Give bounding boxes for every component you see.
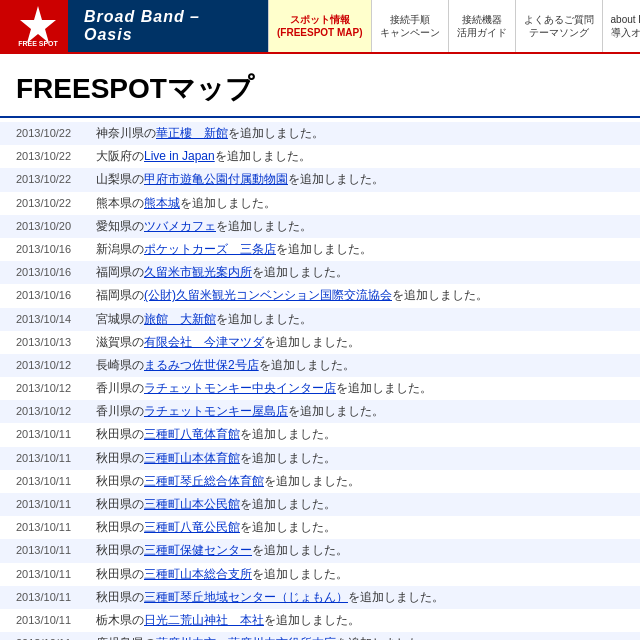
news-text: 香川県のラチェットモンキー中央インター店を追加しました。 <box>96 379 624 398</box>
news-date: 2013/10/11 <box>16 566 96 584</box>
news-link[interactable]: まるみつ佐世保2号店 <box>144 358 259 372</box>
news-text: 福岡県の久留米市観光案内所を追加しました。 <box>96 263 624 282</box>
news-link[interactable]: 熊本城 <box>144 196 180 210</box>
news-link[interactable]: 三種町琴丘総合体育館 <box>144 474 264 488</box>
news-row: 2013/10/14宮城県の旅館 大新館を追加しました。 <box>0 308 640 331</box>
news-date: 2013/10/13 <box>16 334 96 352</box>
news-row: 2013/10/11秋田県の三種町山本総合支所を追加しました。 <box>0 563 640 586</box>
news-date: 2013/10/11 <box>16 589 96 607</box>
news-row: 2013/10/11秋田県の三種町山本公民館を追加しました。 <box>0 493 640 516</box>
news-row: 2013/10/12長崎県のまるみつ佐世保2号店を追加しました。 <box>0 354 640 377</box>
news-row: 2013/10/12香川県のラチェットモンキー屋島店を追加しました。 <box>0 400 640 423</box>
page-title-area: FREESPOTマップ <box>0 54 640 118</box>
news-link[interactable]: (公財)久留米観光コンベンション国際交流協会 <box>144 288 392 302</box>
news-text: 鹿児島県の薩摩川内市 薩摩川内市役所本庁を追加しました。 <box>96 634 624 640</box>
page-title: FREESPOTマップ <box>16 70 624 108</box>
brand-text: Broad Band – Oasis <box>84 8 252 44</box>
news-date: 2013/10/11 <box>16 450 96 468</box>
nav-item-3[interactable]: よくあるご質問テーマソング <box>515 0 602 52</box>
news-row: 2013/10/22熊本県の熊本城を追加しました。 <box>0 192 640 215</box>
news-date: 2013/10/22 <box>16 195 96 213</box>
news-text: 秋田県の三種町山本総合支所を追加しました。 <box>96 565 624 584</box>
news-link[interactable]: 三種町保健センター <box>144 543 252 557</box>
news-row: 2013/10/11秋田県の三種町八竜体育館を追加しました。 <box>0 423 640 446</box>
news-date: 2013/10/14 <box>16 311 96 329</box>
news-date: 2013/10/22 <box>16 171 96 189</box>
news-text: 秋田県の三種町保健センターを追加しました。 <box>96 541 624 560</box>
news-date: 2013/10/22 <box>16 148 96 166</box>
news-text: 香川県のラチェットモンキー屋島店を追加しました。 <box>96 402 624 421</box>
freespot-logo: FREE SPOT <box>8 2 68 50</box>
news-row: 2013/10/16福岡県の(公財)久留米観光コンベンション国際交流協会を追加し… <box>0 284 640 307</box>
news-link[interactable]: 薩摩川内市 薩摩川内市役所本庁 <box>156 636 336 640</box>
news-text: 秋田県の三種町琴丘総合体育館を追加しました。 <box>96 472 624 491</box>
news-text: 秋田県の三種町八竜公民館を追加しました。 <box>96 518 624 537</box>
news-row: 2013/10/16福岡県の久留米市観光案内所を追加しました。 <box>0 261 640 284</box>
news-text: 新潟県のポケットカーズ 三条店を追加しました。 <box>96 240 624 259</box>
svg-marker-0 <box>20 6 56 43</box>
news-link[interactable]: 華正樓 新館 <box>156 126 228 140</box>
nav-item-2[interactable]: 接続機器活用ガイド <box>448 0 515 52</box>
news-row: 2013/10/11秋田県の三種町保健センターを追加しました。 <box>0 539 640 562</box>
news-text: 秋田県の三種町山本公民館を追加しました。 <box>96 495 624 514</box>
news-link[interactable]: 旅館 大新館 <box>144 312 216 326</box>
news-text: 神奈川県の華正樓 新館を追加しました。 <box>96 124 624 143</box>
logo-area: FREE SPOT <box>0 0 68 52</box>
news-date: 2013/10/11 <box>16 519 96 537</box>
news-row: 2013/10/11鹿児島県の薩摩川内市 薩摩川内市役所本庁を追加しました。 <box>0 632 640 640</box>
brand-area: Broad Band – Oasis <box>68 0 268 52</box>
nav-item-0[interactable]: スポット情報(FREESPOT MAP) <box>268 0 371 52</box>
news-date: 2013/10/12 <box>16 380 96 398</box>
news-text: 熊本県の熊本城を追加しました。 <box>96 194 624 213</box>
news-link[interactable]: 日光二荒山神社 本社 <box>144 613 264 627</box>
nav-area: スポット情報(FREESPOT MAP)接続手順キャンペーン接続機器活用ガイドよ… <box>268 0 640 52</box>
news-link[interactable]: 三種町山本総合支所 <box>144 567 252 581</box>
news-link[interactable]: 三種町山本体育館 <box>144 451 240 465</box>
news-date: 2013/10/12 <box>16 403 96 421</box>
news-date: 2013/10/16 <box>16 241 96 259</box>
news-link[interactable]: 三種町琴丘地域センター（じょもん） <box>144 590 348 604</box>
news-text: 大阪府のLive in Japanを追加しました。 <box>96 147 624 166</box>
news-text: 福岡県の(公財)久留米観光コンベンション国際交流協会を追加しました。 <box>96 286 624 305</box>
nav-item-4[interactable]: about FREESPOT導入オーナ様情報 <box>602 0 640 52</box>
news-date: 2013/10/11 <box>16 473 96 491</box>
news-link[interactable]: ラチェットモンキー屋島店 <box>144 404 288 418</box>
news-text: 山梨県の甲府市遊亀公園付属動物園を追加しました。 <box>96 170 624 189</box>
header: FREE SPOT Broad Band – Oasis スポット情報(FREE… <box>0 0 640 54</box>
news-date: 2013/10/16 <box>16 264 96 282</box>
news-link[interactable]: ラチェットモンキー中央インター店 <box>144 381 336 395</box>
news-link[interactable]: ポケットカーズ 三条店 <box>144 242 276 256</box>
news-date: 2013/10/11 <box>16 612 96 630</box>
news-list: 2013/10/22神奈川県の華正樓 新館を追加しました。2013/10/22大… <box>0 118 640 640</box>
news-link[interactable]: 三種町山本公民館 <box>144 497 240 511</box>
news-text: 宮城県の旅館 大新館を追加しました。 <box>96 310 624 329</box>
news-link[interactable]: 三種町八竜体育館 <box>144 427 240 441</box>
news-text: 秋田県の三種町八竜体育館を追加しました。 <box>96 425 624 444</box>
news-link[interactable]: 久留米市観光案内所 <box>144 265 252 279</box>
news-row: 2013/10/11栃木県の日光二荒山神社 本社を追加しました。 <box>0 609 640 632</box>
news-date: 2013/10/22 <box>16 125 96 143</box>
news-row: 2013/10/12香川県のラチェットモンキー中央インター店を追加しました。 <box>0 377 640 400</box>
news-link[interactable]: Live in Japan <box>144 149 215 163</box>
news-text: 愛知県のツバメカフェを追加しました。 <box>96 217 624 236</box>
news-date: 2013/10/11 <box>16 635 96 640</box>
news-date: 2013/10/11 <box>16 542 96 560</box>
news-date: 2013/10/11 <box>16 426 96 444</box>
news-link[interactable]: 三種町八竜公民館 <box>144 520 240 534</box>
news-link[interactable]: 甲府市遊亀公園付属動物園 <box>144 172 288 186</box>
news-text: 秋田県の三種町琴丘地域センター（じょもん）を追加しました。 <box>96 588 624 607</box>
nav-item-1[interactable]: 接続手順キャンペーン <box>371 0 448 52</box>
news-row: 2013/10/20愛知県のツバメカフェを追加しました。 <box>0 215 640 238</box>
news-text: 栃木県の日光二荒山神社 本社を追加しました。 <box>96 611 624 630</box>
news-link[interactable]: ツバメカフェ <box>144 219 216 233</box>
news-date: 2013/10/16 <box>16 287 96 305</box>
news-date: 2013/10/20 <box>16 218 96 236</box>
news-link[interactable]: 有限会社 今津マツダ <box>144 335 264 349</box>
news-row: 2013/10/11秋田県の三種町琴丘総合体育館を追加しました。 <box>0 470 640 493</box>
news-text: 秋田県の三種町山本体育館を追加しました。 <box>96 449 624 468</box>
news-row: 2013/10/13滋賀県の有限会社 今津マツダを追加しました。 <box>0 331 640 354</box>
news-row: 2013/10/11秋田県の三種町琴丘地域センター（じょもん）を追加しました。 <box>0 586 640 609</box>
news-date: 2013/10/12 <box>16 357 96 375</box>
news-row: 2013/10/16新潟県のポケットカーズ 三条店を追加しました。 <box>0 238 640 261</box>
news-date: 2013/10/11 <box>16 496 96 514</box>
